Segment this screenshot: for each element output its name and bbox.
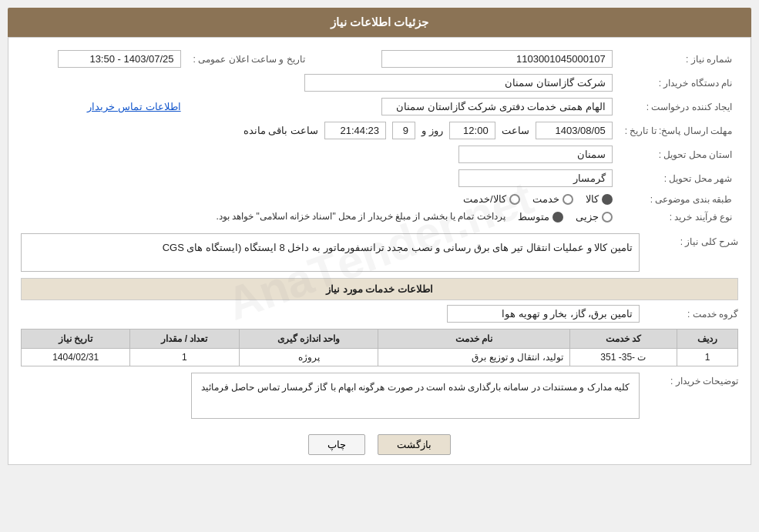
col-kod: کد خدمت bbox=[569, 330, 677, 349]
cell-name: تولید، انتقال و توزیع برق bbox=[378, 349, 569, 366]
sharhNiaz-value: تامین کالا و عملیات انتقال تیر های برق ر… bbox=[21, 233, 640, 272]
noefarayand-jozii-radio[interactable] bbox=[602, 212, 613, 223]
tabaqe-khedmat-label: خدمت bbox=[532, 193, 559, 205]
grooh-value: تامین برق، گاز، بخار و تهویه هوا bbox=[447, 305, 640, 323]
noefarayand-desc: پرداخت تمام یا بخشی از مبلغ خریدار از مح… bbox=[216, 211, 505, 222]
khadamat-section-header: اطلاعات خدمات مورد نیاز bbox=[21, 278, 738, 300]
col-radif: ردیف bbox=[677, 330, 738, 349]
shomareNiaz-label: شماره نیاز : bbox=[619, 47, 738, 71]
tabaqe-kala-khedmat[interactable]: کالا/خدمت bbox=[463, 193, 520, 205]
col-tarikh: تاریخ نیاز bbox=[22, 330, 130, 349]
ostan-value: سمنان bbox=[458, 146, 613, 163]
cell-radif: 1 bbox=[677, 349, 738, 366]
tafziat-label: توضیحات خریدار : bbox=[646, 373, 738, 386]
tabaqe-kala-radio[interactable] bbox=[602, 194, 613, 205]
mohlat-label: مهلت ارسال پاسخ: تا تاریخ : bbox=[619, 119, 738, 142]
table-row: 1 ت -35- 351 تولید، انتقال و توزیع برق پ… bbox=[22, 349, 738, 366]
tabaqe-khedmat-radio[interactable] bbox=[563, 194, 573, 205]
shahr-label: شهر محل تحویل : bbox=[619, 166, 738, 190]
print-button[interactable]: چاپ bbox=[308, 434, 365, 455]
tabaqe-kala-label: کالا bbox=[586, 193, 599, 205]
noefarayand-mootavaset-radio[interactable] bbox=[552, 212, 563, 223]
shahr-value: گرمسار bbox=[458, 169, 613, 187]
namDastgah-value: شرکت گازاستان سمنان bbox=[304, 74, 613, 92]
col-tedad: تعداد / مقدار bbox=[130, 330, 239, 349]
sharhNiaz-label: شرح کلی نیاز : bbox=[646, 233, 738, 247]
mohlat-rooz-value: 9 bbox=[392, 122, 415, 139]
cell-kod: ت -35- 351 bbox=[569, 349, 677, 366]
mohlat-saat-label: ساعت باقی مانده bbox=[243, 125, 318, 136]
ijadKonande-value: الهام همتی خدمات دفتری شرکت گازاستان سمن… bbox=[381, 98, 613, 115]
namDastgah-label: نام دستگاه خریدار : bbox=[619, 71, 738, 95]
noefarayand-jozii-label: جزیی bbox=[576, 211, 599, 223]
bottom-buttons: بازگشت چاپ bbox=[21, 434, 738, 455]
noefarayand-mootavaset-label: متوسط bbox=[518, 211, 549, 223]
mohlat-countdown: 21:44:23 bbox=[324, 122, 386, 139]
tarikhElam-value: 1403/07/25 - 13:50 bbox=[58, 50, 181, 68]
tabaqe-label: طبقه بندی موضوعی : bbox=[619, 190, 738, 208]
mohlat-time-label: ساعت bbox=[502, 125, 529, 136]
ostan-label: استان محل تحویل : bbox=[619, 142, 738, 166]
noefarayand-mootavaset[interactable]: متوسط bbox=[518, 211, 563, 223]
col-vahed: واحد اندازه گیری bbox=[239, 330, 378, 349]
mohlat-date: 1403/08/05 bbox=[536, 122, 613, 139]
col-name: نام خدمت bbox=[378, 330, 569, 349]
grooh-label: گروه خدمت : bbox=[646, 309, 738, 320]
ijadKonande-label: ایجاد کننده درخواست : bbox=[619, 95, 738, 119]
page-title: جزئیات اطلاعات نیاز bbox=[8, 8, 751, 37]
mohlat-rooz-label: روز و bbox=[421, 125, 443, 136]
tabaqe-kala-khedmat-label: کالا/خدمت bbox=[463, 193, 506, 205]
cell-tarikh: 1404/02/31 bbox=[22, 349, 130, 366]
cell-vahed: پروژه bbox=[239, 349, 378, 366]
noefarayand-label: نوع فرآیند خرید : bbox=[619, 208, 738, 226]
tabaqe-kala-khedmat-radio[interactable] bbox=[509, 194, 520, 205]
tafziat-value: کلیه مدارک و مستندات در سامانه بارگذاری … bbox=[191, 373, 640, 419]
tabaqe-radio-group: کالا خدمت کالا/خدمت bbox=[27, 193, 613, 205]
tarikhElam-label: تاریخ و ساعت اعلان عمومی : bbox=[187, 47, 321, 71]
tabaqe-khedmat[interactable]: خدمت bbox=[532, 193, 573, 205]
cell-tedad: 1 bbox=[130, 349, 239, 366]
noefarayand-jozii[interactable]: جزیی bbox=[576, 211, 613, 223]
mohlat-time: 12:00 bbox=[449, 122, 495, 139]
shomareNiaz-value: 1103001045000107 bbox=[381, 50, 613, 68]
tamas-link[interactable]: اطلاعات تماس خریدار bbox=[87, 101, 180, 112]
tabaqe-kala[interactable]: کالا bbox=[586, 193, 613, 205]
services-table: ردیف کد خدمت نام خدمت واحد اندازه گیری ت… bbox=[21, 329, 738, 366]
back-button[interactable]: بازگشت bbox=[378, 434, 451, 455]
noefarayand-radio-group: جزیی متوسط bbox=[518, 211, 613, 223]
